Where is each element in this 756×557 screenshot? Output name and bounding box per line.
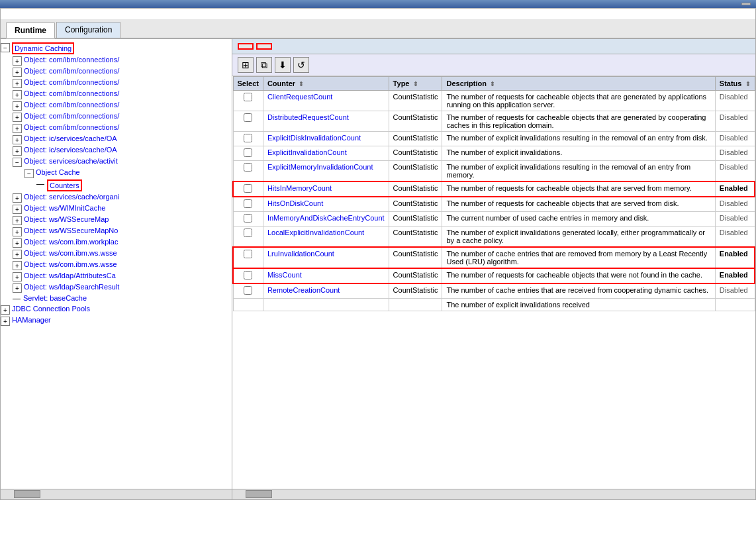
tree-item[interactable]: —Counters: [1, 179, 232, 192]
tree-item-link[interactable]: Object: com/ibm/connections/: [24, 101, 119, 109]
expand-all-button[interactable]: ⊞: [238, 57, 254, 73]
tree-item[interactable]: +Object: services/cache/organi: [1, 192, 232, 203]
row-checkbox[interactable]: [244, 199, 252, 208]
expand-toggle[interactable]: +: [13, 227, 22, 236]
tree-item[interactable]: +Object: ws/com.ibm.ws.wsse: [1, 248, 232, 260]
expand-toggle[interactable]: +: [13, 79, 22, 88]
tree-item-link[interactable]: Servlet: baseCache: [23, 294, 87, 302]
row-checkbox[interactable]: [244, 93, 252, 101]
right-scroll-thumb[interactable]: [246, 490, 272, 498]
expand-toggle[interactable]: +: [13, 101, 22, 111]
counter-link[interactable]: ExplicitInvalidationCount: [267, 148, 347, 156]
tree-item-link[interactable]: Object: services/cache/organi: [24, 193, 119, 201]
expand-toggle[interactable]: +: [13, 124, 22, 133]
counter-link[interactable]: LruInvalidationCount: [267, 250, 334, 258]
tree-item-link[interactable]: Object: ws/WIMInitCache: [24, 204, 105, 212]
counter-link[interactable]: HitsInMemoryCount: [267, 184, 332, 192]
tree-item-link[interactable]: HAManager: [12, 316, 51, 324]
counter-link[interactable]: ExplicitMemoryInvalidationCount: [267, 163, 373, 171]
tree-item[interactable]: +Object: com/ibm/connections/: [1, 89, 232, 100]
tree-item-link[interactable]: Object: com/ibm/connections/: [24, 123, 119, 131]
tree-item-link[interactable]: Object: com/ibm/connections/: [24, 78, 119, 86]
tree-item[interactable]: +Object: com/ibm/connections/: [1, 77, 232, 89]
tree-item-link[interactable]: Object: ws/ldap/AttributesCa: [24, 272, 116, 279]
tree-item[interactable]: +Object: com/ibm/connections/: [1, 55, 232, 66]
row-checkbox[interactable]: [244, 148, 252, 157]
expand-toggle[interactable]: +: [13, 113, 22, 122]
row-checkbox[interactable]: [244, 134, 252, 142]
counter-link[interactable]: ClientRequestCount: [267, 93, 332, 101]
tree-item[interactable]: +HAManager: [1, 315, 232, 327]
tree-item[interactable]: +Object: ws/ldap/AttributesCa: [1, 271, 232, 282]
collapse-toggle[interactable]: −: [1, 43, 10, 52]
expand-toggle[interactable]: +: [13, 283, 22, 293]
copy-button[interactable]: ⧉: [256, 57, 272, 73]
counter-link[interactable]: InMemoryAndDiskCacheEntryCount: [267, 214, 385, 222]
tree-item[interactable]: −Dynamic Caching: [1, 42, 232, 55]
tree-item[interactable]: +Object: ws/WSSecureMap: [1, 215, 232, 226]
col-counter[interactable]: Counter ⇕: [263, 77, 389, 91]
row-checkbox[interactable]: [244, 286, 252, 295]
tree-item-link[interactable]: Counters: [50, 181, 79, 189]
counter-link[interactable]: MissCount: [267, 271, 302, 279]
counter-link[interactable]: DistributedRequestCount: [267, 113, 349, 121]
row-checkbox[interactable]: [244, 163, 252, 172]
tab-runtime[interactable]: Runtime: [6, 23, 55, 38]
counter-link[interactable]: LocalExplicitInvalidationCount: [267, 228, 364, 236]
expand-toggle[interactable]: +: [1, 305, 10, 315]
expand-toggle[interactable]: +: [13, 68, 22, 77]
tree-item[interactable]: +Object: ws/ldap/SearchResult: [1, 282, 232, 293]
tree-item[interactable]: +JDBC Connection Pools: [1, 304, 232, 315]
tree-item-link[interactable]: Object: ws/WSSecureMapNo: [24, 227, 118, 234]
tree-item[interactable]: +Object: ws/com.ibm.ws.wsse: [1, 260, 232, 271]
disable-button[interactable]: [256, 43, 272, 50]
collapse-toggle[interactable]: −: [13, 158, 22, 167]
tree-item-link[interactable]: Object: ic/services/cache/OA: [24, 146, 117, 154]
tree-item-link[interactable]: Object: services/cache/activit: [24, 157, 118, 165]
row-checkbox[interactable]: [244, 184, 252, 193]
tree-item[interactable]: +Object: ic/services/cache/OA: [1, 134, 232, 145]
col-type[interactable]: Type ⇕: [389, 77, 442, 91]
enable-button[interactable]: [238, 43, 254, 50]
tree-item[interactable]: +Object: com/ibm/connections/: [1, 100, 232, 111]
tree-item-link[interactable]: Object: com/ibm/connections/: [24, 89, 119, 97]
col-status[interactable]: Status ⇕: [715, 77, 755, 91]
expand-toggle[interactable]: +: [13, 56, 22, 66]
expand-toggle[interactable]: +: [13, 146, 22, 156]
tree-item-link[interactable]: Object: com/ibm/connections/: [24, 112, 119, 120]
tree-item-link[interactable]: Object: ws/com.ibm.workplac: [24, 238, 118, 246]
col-description[interactable]: Description ⇕: [442, 77, 715, 91]
tree-item-link[interactable]: Object: com/ibm/connections/: [24, 56, 119, 64]
expand-toggle[interactable]: +: [13, 261, 22, 270]
tree-item-link[interactable]: Object: ws/com.ibm.ws.wsse: [24, 249, 117, 257]
left-scrollbar[interactable]: [1, 489, 232, 499]
tree-item[interactable]: —Servlet: baseCache: [1, 293, 232, 304]
row-checkbox[interactable]: [244, 214, 252, 223]
tree-item[interactable]: +Object: com/ibm/connections/: [1, 111, 232, 123]
right-scrollbar[interactable]: [232, 489, 755, 499]
expand-toggle[interactable]: +: [1, 317, 10, 326]
left-scroll-thumb[interactable]: [14, 490, 40, 498]
tab-configuration[interactable]: Configuration: [56, 22, 120, 38]
tree-item-link[interactable]: Object: ws/WSSecureMap: [24, 215, 109, 223]
counter-link[interactable]: HitsOnDiskCount: [267, 199, 323, 207]
row-checkbox[interactable]: [244, 250, 252, 258]
row-checkbox[interactable]: [244, 271, 252, 279]
expand-toggle[interactable]: +: [13, 135, 22, 144]
tree-item[interactable]: +Object: ws/WSSecureMapNo: [1, 226, 232, 237]
row-checkbox[interactable]: [244, 228, 252, 237]
tree-item[interactable]: −Object: services/cache/activit: [1, 156, 232, 168]
tree-item[interactable]: +Object: com/ibm/connections/: [1, 123, 232, 134]
row-checkbox[interactable]: [244, 113, 252, 122]
expand-toggle[interactable]: +: [13, 238, 22, 248]
help-button[interactable]: [741, 3, 751, 5]
tree-item[interactable]: +Object: ws/com.ibm.workplac: [1, 237, 232, 248]
tree-item-link[interactable]: JDBC Connection Pools: [12, 305, 90, 313]
counter-link[interactable]: ExplicitDiskInvalidationCount: [267, 134, 361, 142]
tree-item-link[interactable]: Object: com/ibm/connections/: [24, 67, 119, 75]
expand-toggle[interactable]: +: [13, 272, 22, 281]
expand-toggle[interactable]: +: [13, 216, 22, 225]
expand-toggle[interactable]: +: [13, 90, 22, 99]
tree-item-link[interactable]: Object Cache: [36, 168, 80, 176]
tree-item[interactable]: +Object: ws/WIMInitCache: [1, 203, 232, 215]
